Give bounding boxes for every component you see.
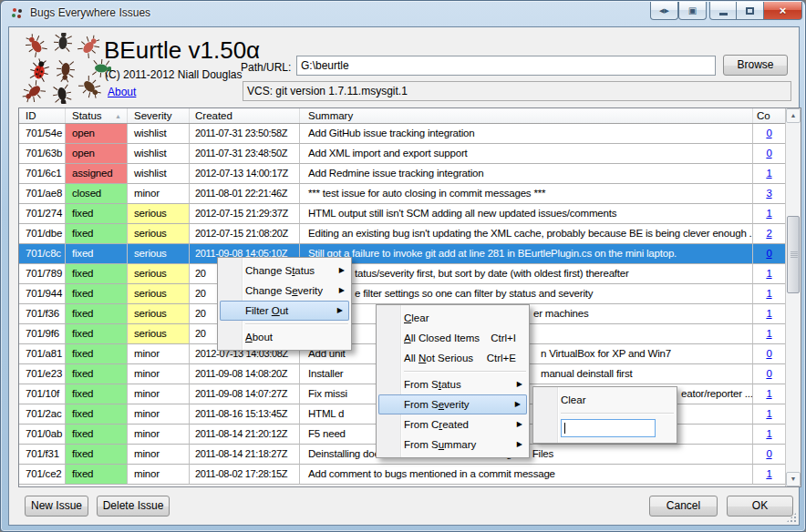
path-input[interactable]: G:\beurtle xyxy=(296,56,716,76)
comment-count-link[interactable]: 0 xyxy=(766,148,771,159)
table-row[interactable]: 701/ce2 fixed minor 2011-08-02 17:28:15Z… xyxy=(19,465,801,485)
cell-severity: minor xyxy=(128,465,190,485)
cell-status: fixed xyxy=(66,284,128,304)
comment-count-link[interactable]: 0 xyxy=(766,368,771,379)
delete-issue-button[interactable]: Delete Issue xyxy=(97,496,170,517)
cell-id: 701/f31 xyxy=(19,445,66,465)
cell-status: fixed xyxy=(66,425,128,445)
table-row[interactable]: 701/789 fixed serious 20 tatus/severity … xyxy=(19,264,801,284)
close-icon: × xyxy=(780,4,787,17)
menu-item-filter-out[interactable]: Filter Out ▶ xyxy=(220,301,349,321)
comment-count-link[interactable]: 1 xyxy=(766,388,771,399)
column-header-severity[interactable]: Severity xyxy=(128,108,190,123)
cell-comments: 1 xyxy=(753,204,785,224)
menu-item-from-severity[interactable]: From Severity ▶ xyxy=(378,394,527,414)
menu-item-from-created[interactable]: From Created ▶ xyxy=(377,414,529,435)
cell-id: 701/63b xyxy=(19,144,66,164)
cell-comments: 1 xyxy=(753,304,785,324)
cell-id: 701/0ab xyxy=(19,425,66,445)
vertical-scrollbar[interactable]: ▲ ▼ xyxy=(785,108,801,486)
cell-created: 2012-07-15 21:29:37Z xyxy=(190,204,300,224)
comment-count-link[interactable]: 0 xyxy=(766,348,771,359)
cell-created: 2011-08-14 21:20:12Z xyxy=(190,425,300,445)
popout-button[interactable]: ▣ xyxy=(678,2,707,20)
close-button[interactable]: × xyxy=(764,2,802,20)
table-row[interactable]: 701/54e open wishlist 2011-07-31 23:50:5… xyxy=(19,124,801,144)
comment-count-link[interactable]: 1 xyxy=(766,408,771,419)
column-header-status[interactable]: Status▲ xyxy=(66,108,128,123)
column-header-comments[interactable]: Co xyxy=(753,108,785,123)
app-icon xyxy=(10,6,25,21)
menu-item-from-summary[interactable]: From Summary ▶ xyxy=(377,435,529,455)
comment-count-link[interactable]: 2 xyxy=(766,228,771,239)
table-row[interactable]: 701/6c1 assigned wishlist 2012-07-13 14:… xyxy=(19,164,801,184)
cell-comments: 1 xyxy=(753,425,785,445)
cell-status: open xyxy=(66,124,128,144)
scrollbar-track[interactable] xyxy=(786,123,801,472)
menu-item-clear[interactable]: Clear ▶ xyxy=(377,308,529,328)
dock-compare-button[interactable]: ◀▶ xyxy=(650,2,678,20)
cell-status: fixed xyxy=(66,264,128,284)
menu-item-all-not-serious[interactable]: All Not Serious Ctrl+E ▶ xyxy=(377,348,529,368)
scroll-up-button[interactable]: ▲ xyxy=(786,108,801,123)
column-header-summary[interactable]: Summary xyxy=(300,108,753,123)
comment-count-link[interactable]: 0 xyxy=(766,128,771,138)
window-popout-icon: ▣ xyxy=(688,5,697,15)
comment-count-link[interactable]: 0 xyxy=(766,448,771,459)
about-link[interactable]: About xyxy=(108,86,136,98)
cell-status: fixed xyxy=(66,465,128,485)
table-row[interactable]: 701/c8c fixed serious 2011-09-08 14:05:1… xyxy=(19,244,801,264)
status-header-label: Status xyxy=(72,110,102,121)
menu-item-all-closed-items[interactable]: All Closed Items Ctrl+I ▶ xyxy=(377,328,529,348)
new-issue-button[interactable]: New Issue xyxy=(25,496,88,517)
column-header-id[interactable]: ID xyxy=(19,108,66,123)
comment-count-link[interactable]: 3 xyxy=(766,188,771,199)
cell-comments: 0 xyxy=(753,445,785,465)
cell-id: 701/a81 xyxy=(19,344,66,364)
cell-comments: 1 xyxy=(753,465,785,485)
cell-status: fixed xyxy=(66,324,128,344)
column-header-created[interactable]: Created xyxy=(190,108,300,123)
cell-created: 2011-07-31 23:50:58Z xyxy=(190,124,300,144)
cell-status: fixed xyxy=(66,384,128,404)
comment-count-link[interactable]: 1 xyxy=(766,288,771,299)
cell-severity: serious xyxy=(128,284,190,304)
ok-button[interactable]: OK xyxy=(727,496,793,517)
scroll-down-button[interactable]: ▼ xyxy=(786,472,801,486)
cell-summary: Still got a failure to invoke git add at… xyxy=(300,244,753,264)
minimize-button[interactable] xyxy=(709,2,737,20)
table-row[interactable]: 701/ae8 closed minor 2011-08-01 22:21:46… xyxy=(19,184,801,204)
menu-item-change-status[interactable]: Change Status ▶ xyxy=(218,261,351,281)
titlebar[interactable]: Bugs Everywhere Issues ◀▶ ▣ × xyxy=(1,1,805,26)
maximize-button[interactable] xyxy=(737,2,764,20)
menu-item-about[interactable]: About ▶ xyxy=(218,327,351,347)
cancel-button[interactable]: Cancel xyxy=(649,496,718,517)
comment-count-link[interactable]: 1 xyxy=(766,268,771,279)
comment-count-link[interactable]: 0 xyxy=(766,248,771,259)
table-row[interactable]: 701/274 fixed serious 2012-07-15 21:29:3… xyxy=(19,204,801,224)
comment-count-link[interactable]: 1 xyxy=(766,168,771,179)
comment-count-link[interactable]: 1 xyxy=(766,208,771,219)
clear-label: Clear xyxy=(561,394,585,405)
menu-item-clear-severity-filter[interactable]: Clear xyxy=(533,390,677,410)
scrollbar-thumb[interactable] xyxy=(787,216,800,293)
comment-count-link[interactable]: 1 xyxy=(766,468,771,479)
comment-count-link[interactable]: 1 xyxy=(766,428,771,439)
cell-severity: serious xyxy=(128,204,190,224)
cell-severity: wishlist xyxy=(128,144,190,164)
severity-filter-input[interactable] xyxy=(561,419,656,437)
menu-item-change-severity[interactable]: Change Severity ▶ xyxy=(218,281,351,301)
cell-comments: 1 xyxy=(753,284,785,304)
browse-button[interactable]: Browse xyxy=(723,55,788,76)
cell-id: 701/c8c xyxy=(19,244,66,264)
cell-id: 701/ce2 xyxy=(19,465,66,485)
comment-count-link[interactable]: 1 xyxy=(766,328,771,339)
ladybug xyxy=(28,57,51,82)
cell-created: 2011-07-31 23:48:50Z xyxy=(190,144,300,164)
table-row[interactable]: 701/dbe fixed serious 2012-07-15 21:08:2… xyxy=(19,224,801,244)
comment-count-link[interactable]: 1 xyxy=(766,308,771,319)
table-row[interactable]: 701/944 fixed serious 20 e filter settin… xyxy=(19,284,801,304)
menu-item-from-status[interactable]: From Status ▶ xyxy=(377,374,529,394)
table-row[interactable]: 701/63b open wishlist 2011-07-31 23:48:5… xyxy=(19,144,801,164)
sort-ascending-icon: ▲ xyxy=(115,109,121,124)
